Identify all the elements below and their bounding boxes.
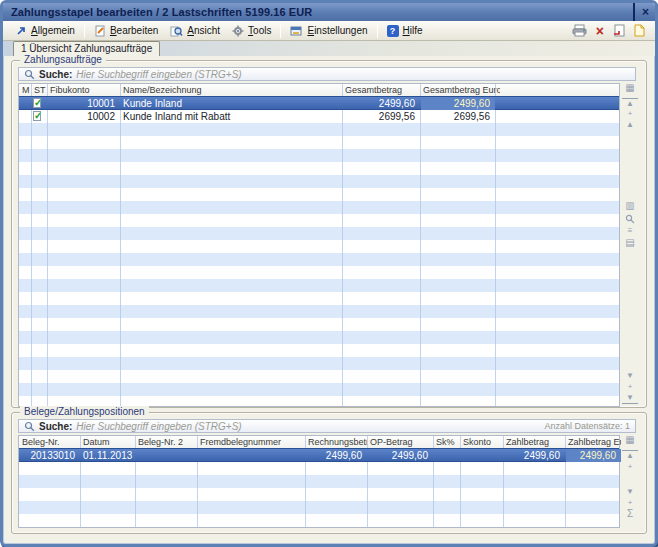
- search-label: Suche:: [39, 421, 72, 432]
- search-icon: [24, 69, 35, 80]
- positions-table-toolbar: ▦ ▲ + ▼ + Σ: [622, 435, 638, 527]
- orders-table-body: ✓ 10001 Kunde Inland 2499,60 2499,60 ✓ 1…: [19, 97, 619, 406]
- menu-item-ansicht[interactable]: Ansicht: [164, 23, 226, 39]
- cell-fibukonto: 10001: [47, 97, 120, 110]
- settings-icon: [290, 25, 303, 37]
- arrow-ne-icon: [15, 25, 27, 37]
- status-check-icon: ✓: [32, 98, 43, 109]
- search-label: Suche:: [39, 69, 72, 80]
- search-placeholder: Hier Suchbegriff eingeben (STRG+S): [76, 69, 630, 80]
- cell-gesamtbetrag-euro: 2499,60: [421, 97, 495, 110]
- scroll-up-icon[interactable]: ▲: [622, 120, 638, 130]
- status-check-icon: ✓: [32, 111, 43, 122]
- cell-name: Kunde Inland: [120, 97, 342, 110]
- menu-separator: [84, 24, 85, 38]
- document-red-arrow-icon: [613, 24, 625, 37]
- positions-table: Beleg-Nr. Datum Beleg-Nr. 2 Fremdbelegnu…: [18, 435, 620, 528]
- search-icon: [24, 421, 35, 432]
- table-row[interactable]: ✓ 10002 Kunde Inland mit Rabatt 2699,56 …: [19, 110, 619, 123]
- cell-gesamtbetrag: 2499,60: [342, 97, 420, 110]
- scroll-down-icon[interactable]: ▼: [622, 371, 638, 381]
- close-window-button[interactable]: ×: [642, 7, 649, 17]
- group-label: Belege/Zahlungspositionen: [20, 406, 149, 418]
- delete-button[interactable]: ×: [596, 25, 604, 37]
- title-bar[interactable]: Zahlungsstapel bearbeiten / 2 Lastschrif…: [3, 3, 655, 21]
- menu-item-bearbeiten[interactable]: Bearbeiten: [88, 23, 164, 39]
- cell-op-betrag: 2499,60: [367, 449, 433, 462]
- cell-gesamtbetrag-euro: 2699,56: [420, 110, 495, 123]
- menu-item-einstellungen[interactable]: Einstellungen: [284, 23, 373, 39]
- positions-search-input[interactable]: Suche: Hier Suchbegriff eingeben (STRG+S…: [18, 419, 636, 433]
- sum-icon[interactable]: Σ: [622, 509, 638, 519]
- table-row-selected[interactable]: 20133010 01.11.2013 /Fr 2499,60 2499,60 …: [19, 448, 619, 462]
- new-document-button[interactable]: [634, 24, 645, 37]
- table-search-icon[interactable]: [622, 214, 638, 224]
- add-row-icon[interactable]: +: [622, 462, 638, 472]
- orders-table: M ST Fibukonto Name/Bezeichnung Gesamtbe…: [18, 83, 620, 407]
- cell-name: Kunde Inland mit Rabatt: [120, 110, 342, 123]
- add-row-icon[interactable]: +: [622, 382, 638, 392]
- cell-rechnungsbetrag: 2499,60: [305, 449, 367, 462]
- menu-item-tools[interactable]: Tools: [226, 23, 277, 39]
- menu-item-allgemein[interactable]: Allgemein: [9, 23, 81, 39]
- add-row-icon[interactable]: +: [622, 498, 638, 508]
- search-placeholder: Hier Suchbegriff eingeben (STRG+S): [76, 421, 540, 432]
- printer-icon: [572, 24, 587, 37]
- record-count: Anzahl Datensätze: 1: [544, 421, 630, 431]
- table-row-selected[interactable]: ✓ 10001 Kunde Inland 2499,60 2499,60: [19, 96, 619, 110]
- document-new-icon: [634, 24, 645, 37]
- cell-fibukonto: 10002: [47, 110, 120, 123]
- scroll-down-icon[interactable]: ▼: [622, 487, 638, 497]
- magnifier-document-icon: [170, 25, 183, 37]
- menu-separator: [280, 24, 281, 38]
- scroll-bottom-icon[interactable]: ▼: [622, 393, 638, 404]
- menu-item-hilfe[interactable]: ? Hilfe: [381, 23, 429, 39]
- positions-table-body: 20133010 01.11.2013 /Fr 2499,60 2499,60 …: [19, 449, 619, 527]
- belege-zahlungspositionen-group: Belege/Zahlungspositionen Suche: Hier Su…: [11, 412, 647, 534]
- window-title: Zahlungsstapel bearbeiten / 2 Lastschrif…: [11, 6, 633, 18]
- gear-icon: [232, 25, 244, 37]
- restore-icon: [633, 1, 635, 21]
- cell-zahlbetrag-euro: 2499,60: [566, 449, 621, 462]
- menu-separator: [377, 24, 378, 38]
- orders-search-input[interactable]: Suche: Hier Suchbegriff eingeben (STRG+S…: [18, 67, 636, 81]
- zahlungsauftraege-group: Zahlungsaufträge Suche: Hier Suchbegriff…: [11, 60, 647, 408]
- list-icon[interactable]: ≡: [622, 226, 638, 236]
- rows-icon[interactable]: ▤: [622, 238, 638, 248]
- orders-table-toolbar: ▦ ▲ + ▲ ▥ ≡ ▤ ▼ + ▼: [622, 83, 638, 405]
- grid-select-icon[interactable]: ▦: [622, 83, 638, 93]
- scroll-top-icon[interactable]: ▲: [622, 450, 638, 461]
- columns-icon[interactable]: ▥: [622, 201, 638, 211]
- edit-document-icon: [94, 25, 106, 37]
- print-button[interactable]: [572, 24, 587, 37]
- group-label: Zahlungsaufträge: [20, 54, 106, 66]
- cell-zahlbetrag: 2499,60: [503, 449, 565, 462]
- scroll-top-icon[interactable]: ▲: [622, 98, 638, 109]
- grid-select-icon[interactable]: ▦: [622, 435, 638, 445]
- cell-datum: 01.11.2013 /Fr: [80, 449, 135, 462]
- application-window: Zahlungsstapel bearbeiten / 2 Lastschrif…: [0, 0, 658, 547]
- add-row-icon[interactable]: +: [622, 109, 638, 119]
- export-document-button[interactable]: [613, 24, 625, 37]
- cell-gesamtbetrag: 2699,56: [342, 110, 420, 123]
- menu-bar: Allgemein Bearbeiten Ansicht Tools: [3, 21, 655, 41]
- cell-beleg-nr: 20133010: [19, 449, 80, 462]
- help-icon: ?: [387, 25, 399, 37]
- restore-window-button[interactable]: [633, 3, 635, 21]
